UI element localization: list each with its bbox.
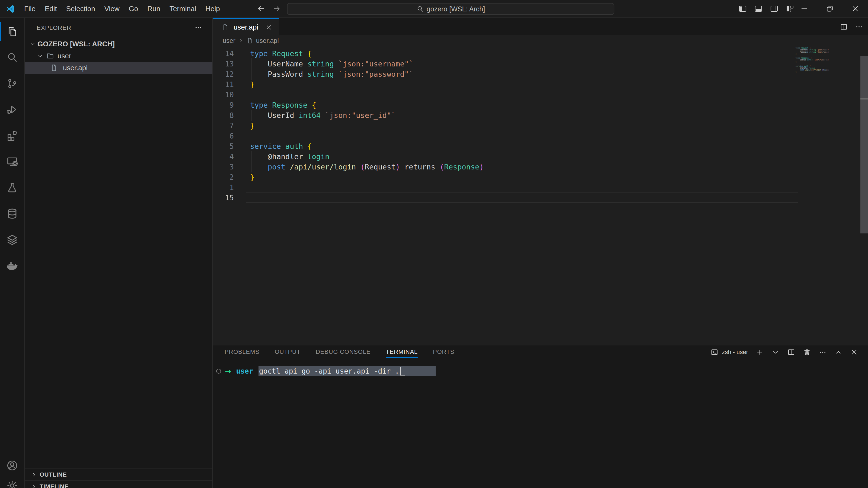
minimize-button[interactable]	[792, 0, 817, 18]
line-text[interactable]: type Response {	[250, 101, 316, 109]
code-line-15[interactable]: 15	[213, 193, 868, 203]
line-number[interactable]: 7	[213, 122, 234, 130]
code-line-4[interactable]: 4 @handler login	[213, 151, 868, 162]
line-number[interactable]: 11	[213, 80, 234, 89]
section-timeline[interactable]: TIMELINE	[25, 480, 212, 488]
breadcrumb[interactable]: user user.api	[213, 36, 868, 45]
line-number[interactable]: 8	[213, 111, 234, 120]
activity-testing-icon[interactable]	[6, 181, 19, 194]
line-number[interactable]: 1	[213, 183, 234, 192]
activity-source-control-icon[interactable]	[6, 77, 19, 90]
activity-search-icon[interactable]	[6, 51, 19, 64]
tree-root-folder[interactable]: GOZERO [WSL: ARCH]	[25, 38, 212, 50]
code-line-11[interactable]: 11}	[213, 79, 868, 90]
panel-trash-button[interactable]	[803, 348, 811, 356]
panel-plus-button[interactable]	[756, 348, 764, 356]
menu-selection[interactable]: Selection	[62, 0, 100, 18]
command-center[interactable]: gozero [WSL: Arch]	[287, 3, 614, 15]
line-number[interactable]: 12	[213, 70, 234, 78]
panel-tab-output[interactable]: OUTPUT	[275, 346, 301, 358]
panel-chevron-up-sm-button[interactable]	[834, 348, 842, 356]
panel-tab-debug-console[interactable]: DEBUG CONSOLE	[316, 346, 371, 358]
line-text[interactable]: type Request {	[250, 50, 312, 58]
tree-file-user-api[interactable]: user.api	[25, 62, 212, 74]
code-line-3[interactable]: 3 post /api/user/login (Request) returns…	[213, 162, 868, 172]
restore-button[interactable]	[817, 0, 842, 18]
code-line-14[interactable]: 14type Request {	[213, 48, 868, 59]
code-line-13[interactable]: 13 UserName string `json:"username"`	[213, 59, 868, 69]
code-line-2[interactable]: 2}	[213, 172, 868, 182]
menu-view[interactable]: View	[100, 0, 124, 18]
activity-docker-icon[interactable]	[6, 259, 19, 272]
activity-remote-icon[interactable]	[6, 155, 19, 168]
code-line-10[interactable]: 10	[213, 90, 868, 100]
menu-file[interactable]: File	[20, 0, 40, 18]
line-number[interactable]: 2	[213, 173, 234, 182]
line-number[interactable]: 5	[213, 142, 234, 151]
panel-tab-problems[interactable]: PROBLEMS	[225, 346, 259, 358]
line-text[interactable]: UserId int64 `json:"user_id"`	[250, 111, 396, 120]
tab-user-api[interactable]: user.api	[213, 18, 279, 36]
terminal-instance[interactable]: zsh - user	[710, 348, 748, 356]
activity-gear-icon[interactable]	[6, 479, 19, 488]
code-line-1[interactable]: 1	[213, 182, 868, 193]
panel-split-button[interactable]	[787, 348, 795, 356]
views-more-icon[interactable]	[193, 23, 203, 33]
minimap[interactable]: type Request { UserName string `json:"us…	[796, 47, 829, 77]
line-text[interactable]: post /api/user/login (Request) returns (…	[250, 163, 484, 171]
panel-tab-ports[interactable]: PORTS	[433, 346, 454, 358]
activity-extensions-icon[interactable]	[6, 129, 19, 142]
line-number[interactable]: 3	[213, 163, 234, 171]
menu-go[interactable]: Go	[124, 0, 143, 18]
section-outline[interactable]: OUTLINE	[25, 468, 212, 480]
line-text[interactable]: PassWord string `json:"password"`	[250, 70, 413, 78]
line-text[interactable]: UserName string `json:"username"`	[250, 60, 413, 68]
activity-account-icon[interactable]	[6, 459, 19, 472]
line-number[interactable]: 6	[213, 132, 234, 140]
activity-database-icon[interactable]	[6, 207, 19, 220]
panel-close-sm-button[interactable]	[850, 348, 858, 356]
code-line-12[interactable]: 12 PassWord string `json:"password"`	[213, 69, 868, 79]
tree-folder-user[interactable]: user	[25, 50, 212, 62]
editor-scrollbar[interactable]	[860, 56, 868, 233]
line-number[interactable]: 10	[213, 91, 234, 99]
breadcrumb-file[interactable]: user.api	[256, 37, 279, 44]
line-number[interactable]: 14	[213, 50, 234, 58]
line-number[interactable]: 13	[213, 60, 234, 68]
more-actions-icon[interactable]	[855, 23, 863, 31]
line-number[interactable]: 15	[213, 194, 234, 202]
line-number[interactable]: 9	[213, 101, 234, 109]
line-text[interactable]: }	[250, 173, 254, 182]
panel-ellipsis-button[interactable]	[818, 348, 827, 356]
line-number[interactable]: 4	[213, 152, 234, 161]
code-editor[interactable]: 14type Request {13 UserName string `json…	[213, 45, 868, 345]
panel-left-toggle-button[interactable]	[737, 3, 748, 14]
line-text[interactable]: @handler login	[250, 152, 330, 161]
menu-terminal[interactable]: Terminal	[165, 0, 201, 18]
menu-help[interactable]: Help	[201, 0, 224, 18]
code-line-5[interactable]: 5service auth {	[213, 141, 868, 151]
menu-edit[interactable]: Edit	[40, 0, 62, 18]
line-text[interactable]: }	[250, 80, 254, 89]
code-line-9[interactable]: 9type Response {	[213, 100, 868, 110]
panel-right-toggle-button[interactable]	[769, 3, 780, 14]
split-editor-icon[interactable]	[840, 23, 848, 31]
activity-debug-icon[interactable]	[6, 103, 19, 116]
back-arrow-icon[interactable]	[255, 3, 267, 14]
line-text[interactable]: }	[250, 122, 254, 130]
line-text[interactable]: service auth {	[250, 142, 312, 151]
code-line-8[interactable]: 8 UserId int64 `json:"user_id"`	[213, 110, 868, 120]
code-line-7[interactable]: 7}	[213, 120, 868, 131]
terminal-prompt-line[interactable]: → user goctl api go -api user.api -dir .	[216, 366, 436, 376]
panel-tab-terminal[interactable]: TERMINAL	[386, 346, 418, 358]
forward-arrow-icon[interactable]	[271, 3, 283, 14]
activity-layers-icon[interactable]	[6, 233, 19, 246]
menu-run[interactable]: Run	[143, 0, 165, 18]
breadcrumb-folder[interactable]: user	[223, 37, 236, 44]
activity-files-icon[interactable]	[6, 25, 19, 38]
panel-bottom-toggle-button[interactable]	[753, 3, 764, 14]
panel-chevron-down-sm-button[interactable]	[771, 348, 780, 356]
code-line-6[interactable]: 6	[213, 131, 868, 141]
close-icon[interactable]	[265, 24, 272, 31]
close-button[interactable]	[842, 0, 868, 18]
